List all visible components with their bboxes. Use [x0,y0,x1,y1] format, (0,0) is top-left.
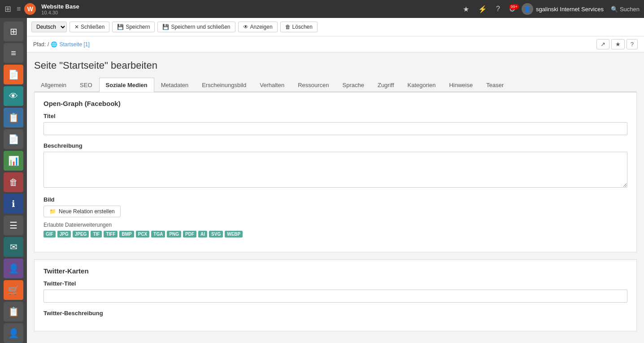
og-description-input[interactable] [44,152,627,188]
twitter-description-label: Twitter-Beschreibung [44,310,627,317]
view-label: Anzeigen [250,24,273,30]
tab-ressourcen[interactable]: Ressourcen [291,78,335,92]
sidebar-item-menu[interactable]: ☰ [4,215,23,235]
content-area: Deutsch ✕ Schließen 💾 Speichern 💾 Speich… [27,18,644,343]
tab-sprache[interactable]: Sprache [336,78,371,92]
lightning-icon[interactable]: ⚡ [475,3,490,15]
og-title-input[interactable] [44,122,627,135]
sidebar-item-grid[interactable]: ⊞ [4,22,23,41]
view-button[interactable]: 👁 Anzeigen [238,22,278,32]
delete-icon: 🗑 [285,24,291,30]
twitter-title-label: Twitter-Titel [44,280,627,287]
main-layout: ⊞ ≡ 📄 👁 📋 📄 📊 🗑 ℹ ☰ ✉ 👤 🛒 📋 👤 Deutsch ✕ … [0,18,644,343]
breadcrumb-prefix: Pfad: [33,41,46,48]
save-button[interactable]: 💾 Speichern [112,22,155,32]
tab-hinweise[interactable]: Hinweise [442,78,479,92]
sidebar-item-pages[interactable]: 📄 [4,65,23,84]
twitter-description-field: Twitter-Beschreibung [44,310,627,317]
username: sgalinski Internet Services [536,6,604,13]
og-description-label: Beschreibung [44,142,627,149]
filetype-tiff: TIFF [104,231,117,237]
tab-erscheinungsbild[interactable]: Erscheinungsbild [195,78,253,92]
notification-btn[interactable]: ⚙ 99+ [506,5,518,13]
tab-zugriff[interactable]: Zugriff [371,78,401,92]
sidebar-item-eye[interactable]: 👁 [4,86,23,106]
sidebar-item-clipboard[interactable]: 📋 [4,302,23,321]
sidebar-item-trash[interactable]: 🗑 [4,172,23,192]
breadcrumb-help-btn[interactable]: ? [627,39,638,49]
sidebar-item-chart[interactable]: 📊 [4,151,23,171]
sidebar-item-info[interactable]: ℹ [4,194,23,214]
breadcrumb-globe-icon: 🌐 [51,41,57,48]
search-icon: 🔍 [611,6,618,13]
filetype-bmp: BMP [119,231,134,237]
page-content: Seite "Startseite" bearbeiten Allgemein … [27,53,644,343]
delete-button[interactable]: 🗑 Löschen [280,22,318,32]
sidebar-item-cart[interactable]: 🛒 [4,280,23,300]
sidebar-item-user2[interactable]: 👤 [4,323,23,343]
og-image-label: Bild [44,196,627,203]
avatar: 👤 [522,3,533,15]
save-icon: 💾 [117,24,124,30]
list-icon[interactable]: ≡ [17,5,21,13]
close-label: Schließen [81,24,104,30]
view-icon: 👁 [243,24,248,30]
breadcrumb-page-link[interactable]: Startseite [1] [59,41,89,48]
sidebar-item-content[interactable]: 📄 [4,129,23,149]
app-logo: W [24,3,36,15]
twitter-title-input[interactable] [44,290,627,303]
save-label: Speichern [126,24,150,30]
user-menu[interactable]: 👤 sgalinski Internet Services [522,3,604,15]
sidebar-item-user[interactable]: 👤 [4,259,23,278]
search-btn[interactable]: 🔍 Suchen [611,6,640,13]
language-select[interactable]: Deutsch [31,22,67,32]
filetype-pdf: PDF [183,231,196,237]
tab-metadaten[interactable]: Metadaten [154,78,195,92]
breadcrumb-page: Startseite [1] [59,41,89,48]
og-title-label: Titel [44,113,627,119]
filetype-tif: TIF [91,231,102,237]
new-relation-btn[interactable]: 📁 Neue Relation erstellen [44,206,121,217]
filetype-tga: TGA [151,231,165,237]
twitter-section: Twitter-Karten Twitter-Titel Twitter-Bes… [34,259,637,331]
breadcrumb-root: / [48,41,49,48]
tab-teaser[interactable]: Teaser [479,78,510,92]
folder-icon: 📁 [49,208,56,215]
app-title-block: Website Base 10.4.30 [41,3,79,15]
tab-allgemein[interactable]: Allgemein [34,78,73,92]
star-icon[interactable]: ★ [460,3,472,15]
og-image-field: Bild 📁 Neue Relation erstellen Erlaubte … [44,196,627,237]
app-version: 10.4.30 [41,10,79,15]
filetype-png: PNG [167,231,181,237]
bookmark-btn[interactable]: ★ [611,39,625,49]
new-relation-label: Neue Relation erstellen [59,208,115,215]
sidebar-item-list[interactable]: ≡ [4,43,23,63]
twitter-title-field: Twitter-Titel [44,280,627,303]
filetype-jpeg: JPEG [73,231,89,237]
external-link-btn[interactable]: ↗ [596,39,609,49]
topbar: ⊞ ≡ W Website Base 10.4.30 ★ ⚡ ? ⚙ 99+ 👤… [0,0,644,18]
tab-kategorien[interactable]: Kategorien [401,78,443,92]
help-icon[interactable]: ? [493,3,503,15]
sidebar-item-doc[interactable]: 📋 [4,108,23,128]
og-title-field: Titel [44,113,627,135]
tab-verhalten[interactable]: Verhalten [253,78,291,92]
tab-seo[interactable]: SEO [73,78,99,92]
app-name: Website Base [41,3,79,10]
toolbar: Deutsch ✕ Schließen 💾 Speichern 💾 Speich… [27,18,644,36]
save-close-label: Speichern und schließen [171,24,230,30]
grid-icon[interactable]: ⊞ [4,4,11,14]
close-button[interactable]: ✕ Schließen [70,22,109,32]
notification-badge: 99+ [509,4,519,9]
opengraph-title: Open-Graph (Facebook) [44,100,627,107]
delete-label: Löschen [292,24,313,30]
tab-soziale-medien[interactable]: Soziale Medien [99,78,154,92]
filetype-jpg: JPG [57,231,71,237]
twitter-title: Twitter-Karten [44,267,627,275]
filetype-gif: GIF [44,231,56,237]
file-types: GIF JPG JPEG TIF TIFF BMP PCX TGA PNG PD… [44,231,627,237]
sidebar-item-mail[interactable]: ✉ [4,237,23,257]
save-close-button[interactable]: 💾 Speichern und schließen [157,22,235,32]
breadcrumb-actions: ↗ ★ ? [596,39,638,49]
tabs: Allgemein SEO Soziale Medien Metadaten E… [34,78,637,92]
